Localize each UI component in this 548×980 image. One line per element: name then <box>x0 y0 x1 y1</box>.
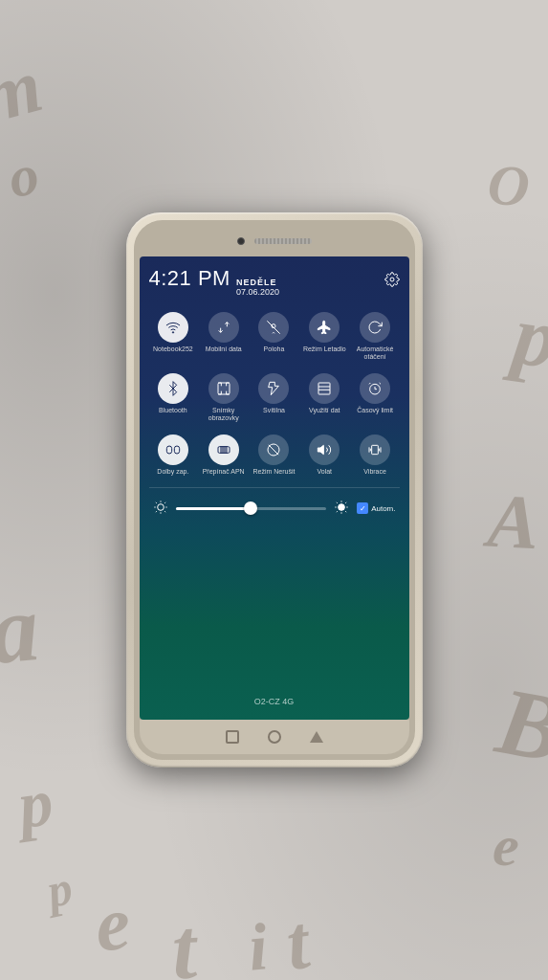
svg-point-0 <box>390 278 394 281</box>
toggle-bluetooth[interactable]: Bluetooth <box>149 369 198 427</box>
svg-rect-9 <box>166 446 171 454</box>
svg-line-25 <box>164 502 165 503</box>
toggle-dolby[interactable]: Dolby zap. <box>149 431 198 479</box>
vibrate-icon <box>360 434 390 465</box>
auto-brightness[interactable]: ✓ Autom. <box>357 502 395 514</box>
toggle-vibrate-label: Vibrace <box>363 468 386 476</box>
auto-label-text: Autom. <box>371 504 395 513</box>
phone-device: 4:21 PM NEDĚLE 07.06.2020 <box>126 212 423 768</box>
volume-icon <box>309 434 340 465</box>
toggle-dnd[interactable]: Režim Nerušit <box>250 431 298 479</box>
toggle-time-limit-label: Časový limit <box>357 407 393 414</box>
toggle-dnd-label: Režim Nerušit <box>253 468 296 476</box>
time-display: 4:21 PM NEDĚLE 07.06.2020 <box>149 266 279 297</box>
svg-line-29 <box>337 502 338 503</box>
wifi-icon <box>158 312 188 343</box>
svg-line-20 <box>155 502 156 503</box>
network-label: O2-CZ 4G <box>149 697 400 714</box>
toggle-flashlight-label: Svítilna <box>263 407 285 414</box>
toggle-volume[interactable]: Volat <box>300 431 349 479</box>
svg-rect-12 <box>220 446 227 453</box>
front-camera <box>237 237 245 245</box>
toggle-vibrate[interactable]: Vibrace <box>351 431 400 479</box>
toggle-flashlight[interactable]: Svítilna <box>250 369 298 427</box>
location-icon <box>258 312 289 343</box>
toggle-mobile-data-label: Mobilní data <box>206 345 242 353</box>
svg-point-17 <box>157 504 164 511</box>
airplane-icon <box>309 312 340 343</box>
svg-point-1 <box>172 332 173 333</box>
toggle-autorotate-label: Automatické otáčení <box>353 345 398 362</box>
divider <box>149 487 400 488</box>
toggle-autorotate[interactable]: Automatické otáčení <box>351 308 400 366</box>
data-usage-icon <box>309 373 340 404</box>
svg-line-24 <box>155 511 156 512</box>
phone-screen: 4:21 PM NEDĚLE 07.06.2020 <box>140 256 409 720</box>
autorotate-icon <box>360 312 390 343</box>
brightness-fill <box>176 507 252 510</box>
mobile-data-icon <box>208 312 239 343</box>
brightness-low-icon <box>153 500 168 518</box>
quick-settings-panel: 4:21 PM NEDĚLE 07.06.2020 <box>140 256 409 720</box>
brightness-high-icon <box>334 500 349 518</box>
back-button[interactable] <box>226 730 239 744</box>
brightness-slider[interactable] <box>176 507 327 510</box>
bluetooth-icon <box>158 373 188 404</box>
toggle-volume-label: Volat <box>318 468 333 476</box>
svg-line-34 <box>345 502 346 503</box>
toggle-location-label: Poloha <box>264 345 285 353</box>
svg-marker-15 <box>318 445 324 454</box>
recents-button[interactable] <box>310 731 323 743</box>
time-limit-icon <box>360 373 390 404</box>
time-date-row: 4:21 PM NEDĚLE 07.06.2020 <box>149 266 400 297</box>
svg-line-33 <box>337 511 338 512</box>
brightness-thumb <box>244 501 257 515</box>
toggle-airplane[interactable]: Režim Letadlo <box>300 308 349 366</box>
dolby-icon <box>158 434 188 465</box>
toggle-time-limit[interactable]: Časový limit <box>351 369 400 427</box>
current-time: 4:21 PM <box>149 266 230 291</box>
toggle-row-1: Notebook252 Mobilní data <box>149 308 400 366</box>
dnd-icon <box>258 434 289 465</box>
date-text: 07.06.2020 <box>236 287 279 297</box>
brightness-row: ✓ Autom. <box>149 492 400 525</box>
toggle-wifi[interactable]: Notebook252 <box>149 308 198 366</box>
apn-icon <box>208 434 239 465</box>
svg-point-26 <box>339 504 345 511</box>
toggle-mobile-data[interactable]: Mobilní data <box>199 308 248 366</box>
toggle-row-3: Dolby zap. Přepínač APN <box>149 431 400 479</box>
svg-rect-10 <box>174 446 179 454</box>
svg-line-14 <box>269 444 278 454</box>
flashlight-icon <box>258 373 289 404</box>
svg-line-30 <box>345 511 346 512</box>
svg-line-21 <box>164 511 165 512</box>
toggle-screenshot[interactable]: Snímky obrazovky <box>199 369 248 427</box>
toggle-screenshot-label: Snímky obrazovky <box>201 407 246 423</box>
toggle-apn[interactable]: Přepínač APN <box>199 431 248 479</box>
svg-rect-16 <box>372 445 379 454</box>
screenshot-icon <box>208 373 239 404</box>
phone-bottom-nav <box>140 720 409 754</box>
toggle-bluetooth-label: Bluetooth <box>159 407 187 414</box>
phone-top-bar <box>140 226 409 256</box>
settings-gear-icon[interactable] <box>384 272 400 292</box>
toggle-row-2: Bluetooth Sním <box>149 369 400 427</box>
svg-rect-4 <box>218 383 230 394</box>
auto-checkbox: ✓ <box>357 502 368 514</box>
speaker-grille <box>254 238 312 244</box>
svg-rect-5 <box>318 383 330 394</box>
toggle-location[interactable]: Poloha <box>250 308 298 366</box>
toggle-data-usage[interactable]: Využití dat <box>300 369 349 427</box>
toggle-airplane-label: Režim Letadlo <box>303 345 346 353</box>
home-button[interactable] <box>268 730 281 744</box>
day-name: NEDĚLE <box>236 278 279 287</box>
toggle-dolby-label: Dolby zap. <box>157 468 188 476</box>
toggle-wifi-label: Notebook252 <box>153 345 193 353</box>
toggle-apn-label: Přepínač APN <box>203 468 245 476</box>
date-block: NEDĚLE 07.06.2020 <box>236 278 279 297</box>
toggle-data-usage-label: Využití dat <box>309 407 340 414</box>
